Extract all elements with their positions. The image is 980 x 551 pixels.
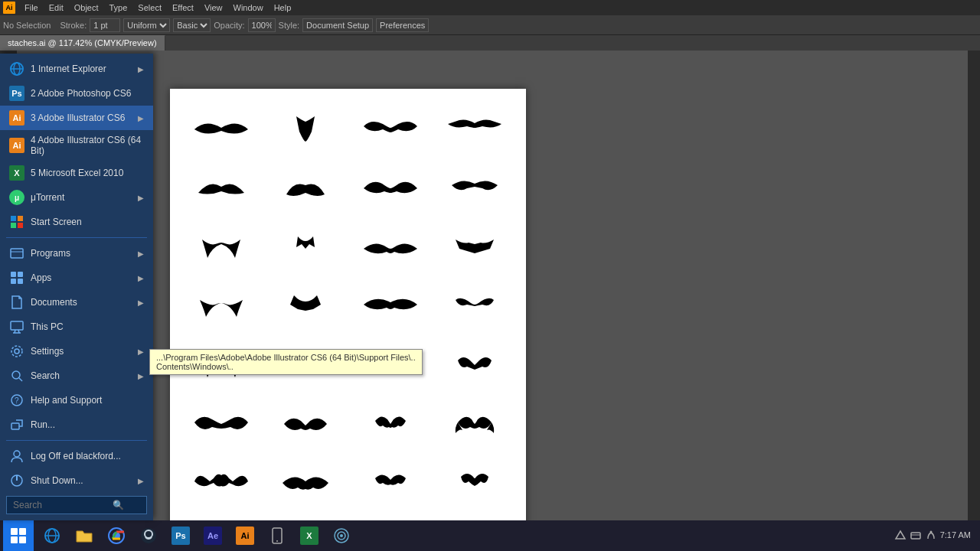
mustache-2 [266,101,345,154]
mustache-25 [182,455,260,507]
menu-select[interactable]: Select [133,2,166,14]
start-menu-item-ai64[interactable]: Ai 4 Adobe Illustrator CS6 (64 Bit) [0,130,153,161]
ai64-icon: Ai [9,138,24,153]
svg-rect-19 [11,423,19,429]
utorrent-icon: μ [9,190,24,205]
svg-point-13 [15,349,19,354]
startscreen-icon [9,214,24,230]
taskbar-ae[interactable]: Ae [198,520,228,551]
svg-rect-5 [11,272,16,277]
start-menu-item-ps[interactable]: Ps 2 Adobe Photoshop CS6 [0,81,153,106]
mustache-20 [436,337,514,390]
stroke-label: Stroke: [60,21,87,30]
svg-rect-6 [18,272,23,277]
search-arrow: ▶ [138,372,144,380]
start-menu-search-box[interactable]: 🔍 [6,496,147,514]
mustache-4 [436,101,514,154]
start-menu-item-ie[interactable]: 1 Internet Explorer ▶ [0,57,153,81]
excel-icon: X [9,165,24,181]
mustache-grid [170,89,526,534]
brush-select[interactable]: Basic [173,18,211,32]
settings-icon [9,344,24,359]
svg-point-20 [14,451,20,457]
divider-2 [6,440,147,441]
svg-point-14 [11,346,22,357]
stroke-input[interactable] [90,18,120,32]
menu-window[interactable]: Window [229,2,268,14]
taskbar-clock: 7:17 AM [940,530,971,541]
document-tab[interactable]: staches.ai @ 117.42% (CMYK/Preview) [0,35,165,51]
taskbar-excel[interactable]: X [294,520,325,551]
svg-line-16 [19,378,22,381]
menu-effect[interactable]: Effect [168,2,198,14]
ps-icon: Ps [9,86,24,101]
taskbar-ie[interactable] [37,520,67,551]
start-menu-search-button[interactable]: 🔍 [113,500,124,510]
mustache-16 [436,278,514,331]
taskbar-steam[interactable] [133,520,164,551]
start-menu-item-documents[interactable]: Documents ▶ [0,290,153,315]
ai-arrow: ▶ [138,114,144,122]
start-menu-item-logoff[interactable]: Log Off ed blackford... [0,444,153,468]
start-menu-item-ai[interactable]: Ai 3 Adobe Illustrator CS6 ▶ [0,106,153,130]
start-menu-item-settings[interactable]: Settings ▶ [0,339,153,364]
start-menu-item-search[interactable]: Search ▶ [0,364,153,388]
preferences-button[interactable]: Preferences [376,18,429,32]
tooltip-line1: ...\Program Files\Adobe\Adobe Illustrato… [156,353,416,362]
mustache-28 [436,455,514,507]
start-menu-item-utorrent[interactable]: μ μTorrent ▶ [0,185,153,210]
menu-type[interactable]: Type [105,2,132,14]
start-menu-item-run[interactable]: Run... [0,412,153,437]
divider-1 [6,237,147,238]
menu-edit[interactable]: Edit [44,2,68,14]
ps-label: 2 Adobe Photoshop CS6 [31,88,131,99]
opacity-input[interactable] [248,18,276,32]
svg-rect-3 [11,249,23,258]
toolbar-row: No Selection Stroke: Uniform Basic Opaci… [0,15,980,35]
menu-view[interactable]: View [200,2,227,14]
stroke-type-select[interactable]: Uniform [123,18,170,32]
utorrent-label: μTorrent [31,192,64,203]
help-label: Help and Support [31,395,102,406]
svg-rect-26 [19,536,26,543]
taskbar-phone[interactable] [262,520,292,551]
svg-rect-25 [11,536,18,543]
svg-rect-24 [19,528,26,535]
excel-label: 5 Microsoft Excel 2010 [31,168,123,178]
mustache-10 [266,219,345,272]
taskbar-right: 7:17 AM [888,530,977,542]
mustache-24 [436,396,514,448]
mustache-13 [182,278,260,331]
start-menu-item-startscreen[interactable]: Start Screen [0,210,153,234]
settings-label: Settings [31,346,64,357]
no-selection-label: No Selection [3,21,51,30]
documents-label: Documents [31,297,77,308]
start-menu-search-input[interactable] [13,500,113,510]
start-menu-item-programs[interactable]: Programs ▶ [0,241,153,266]
mustache-1 [182,101,260,154]
start-menu-item-help[interactable]: ? Help and Support [0,388,153,412]
svg-marker-39 [896,531,905,539]
start-menu-item-thispc[interactable]: This PC [0,315,153,339]
mustache-8 [436,160,514,213]
start-menu-item-excel[interactable]: X 5 Microsoft Excel 2010 [0,161,153,185]
mustache-27 [351,455,430,507]
mustache-14 [266,278,345,331]
document-setup-button[interactable]: Document Setup [302,18,373,32]
taskbar-ai[interactable]: Ai [230,520,260,551]
svg-rect-9 [11,321,23,330]
menu-help[interactable]: Help [270,2,296,14]
help-icon: ? [9,393,24,408]
start-button[interactable] [3,520,34,551]
taskbar-other[interactable] [326,520,357,551]
start-menu-item-apps[interactable]: Apps ▶ [0,266,153,290]
menu-file[interactable]: File [20,2,43,14]
start-menu-item-shutdown[interactable]: Shut Down... ▶ [0,468,153,493]
taskbar-explorer[interactable] [69,520,100,551]
mustache-23 [351,396,430,448]
menu-object[interactable]: Object [70,2,103,14]
taskbar-ps[interactable]: Ps [165,520,196,551]
run-label: Run... [31,419,55,430]
taskbar-chrome[interactable] [101,520,132,551]
search-icon [9,368,24,383]
